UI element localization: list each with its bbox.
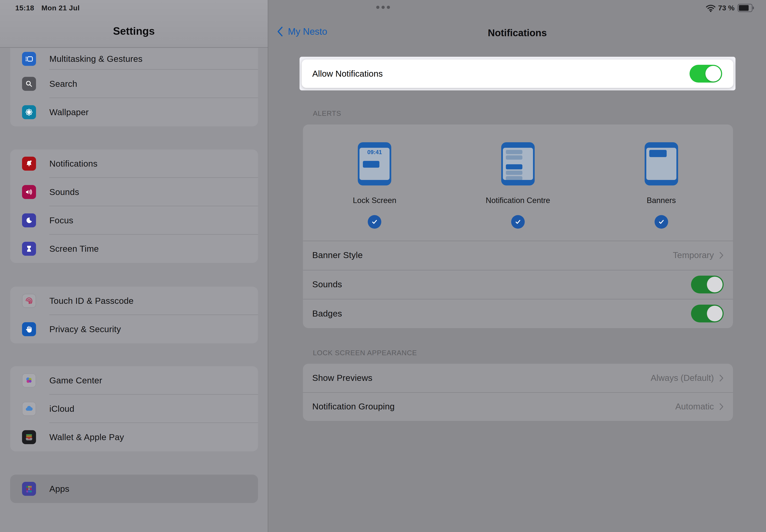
status-date: Mon 21 Jul (41, 4, 80, 12)
banners-checkbox[interactable] (655, 215, 668, 229)
row-label: Notification Grouping (312, 402, 675, 412)
wallet-icon (22, 430, 36, 444)
sidebar-item-label: Wallet & Apple Pay (49, 432, 124, 442)
sidebar-item-label: Apps (49, 484, 69, 494)
allow-notifications-toggle[interactable] (690, 65, 722, 83)
alert-option-banners: Banners (590, 124, 733, 241)
row-label: Show Previews (312, 373, 651, 383)
row-label: Badges (312, 309, 691, 319)
lock-screen-rows: Show Previews Always (Default) Notificat… (303, 364, 733, 421)
status-time-date: 15:18Mon 21 Jul (15, 4, 80, 12)
sidebar-item-privacy[interactable]: Privacy & Security (10, 315, 258, 343)
allow-notifications-row[interactable]: Allow Notifications (302, 59, 733, 88)
sidebar-item-wallet[interactable]: Wallet & Apple Pay (10, 423, 258, 451)
sidebar-item-screen-time[interactable]: Screen Time (10, 235, 258, 263)
battery-icon (738, 4, 752, 12)
chevron-right-icon (719, 403, 724, 410)
show-previews-row[interactable]: Show Previews Always (Default) (303, 364, 733, 392)
row-label: Banner Style (312, 250, 673, 260)
alerts-section-label: ALERTS (313, 109, 341, 117)
search-icon (22, 77, 36, 91)
chevron-right-icon (719, 252, 724, 259)
sidebar-item-label: Search (49, 79, 77, 89)
wifi-icon (705, 4, 716, 12)
sidebar-item-label: Multitasking & Gestures (49, 54, 143, 64)
sounds-row: Sounds (303, 270, 733, 299)
sidebar-header: 15:18Mon 21 Jul Settings (0, 0, 268, 48)
check-icon (658, 218, 665, 225)
sidebar-group-4: Game Center iCloud Wallet & Apple Pay (10, 366, 258, 451)
preview-clock: 09:41 (359, 149, 390, 156)
alerts-settings-rows: Banner Style Temporary Sounds Badges (303, 241, 733, 328)
alert-style-options: 09:41 Lock Screen (303, 124, 733, 241)
sidebar-item-label: Game Center (49, 376, 102, 386)
sidebar-item-label: Touch ID & Passcode (49, 296, 134, 306)
sidebar-item-apps[interactable]: Apps (10, 475, 258, 503)
badges-toggle[interactable] (691, 305, 724, 322)
chevron-right-icon (719, 374, 724, 382)
sidebar-item-label: Wallpaper (49, 107, 89, 117)
toggle-knob (707, 277, 723, 292)
divider (303, 241, 733, 241)
sidebar-item-notifications[interactable]: Notifications (10, 149, 258, 178)
hand-icon (22, 322, 36, 336)
toggle-knob (705, 66, 721, 82)
status-time: 15:18 (15, 4, 34, 12)
lock-screen-preview-icon: 09:41 (358, 142, 391, 185)
alert-option-label: Lock Screen (353, 196, 397, 205)
sidebar-item-label: Privacy & Security (49, 324, 121, 334)
sidebar-item-focus[interactable]: Focus (10, 206, 258, 235)
divider (303, 270, 733, 270)
sidebar-item-sounds[interactable]: Sounds (10, 178, 258, 206)
banners-preview-icon (645, 142, 678, 185)
sidebar-item-icloud[interactable]: iCloud (10, 395, 258, 423)
wallpaper-icon (22, 105, 36, 119)
sidebar-item-search[interactable]: Search (10, 70, 258, 98)
bell-icon (22, 157, 36, 171)
sidebar-group-3: Touch ID & Passcode Privacy & Security (10, 287, 258, 343)
row-value: Always (Default) (651, 373, 714, 383)
row-label: Sounds (312, 279, 691, 289)
window-drag-dots[interactable] (376, 6, 390, 9)
sidebar-item-label: Sounds (49, 187, 79, 197)
apps-grid-icon (22, 482, 36, 496)
sidebar-item-label: Focus (49, 216, 73, 225)
notification-grouping-row[interactable]: Notification Grouping Automatic (303, 392, 733, 421)
sidebar-item-game-center[interactable]: Game Center (10, 366, 258, 395)
moon-icon (22, 213, 36, 227)
badges-row: Badges (303, 299, 733, 328)
row-value: Temporary (673, 250, 714, 260)
alert-option-lock-screen: 09:41 Lock Screen (303, 124, 446, 241)
sidebar-item-label: iCloud (49, 404, 74, 414)
alert-option-label: Banners (647, 196, 676, 205)
fingerprint-icon (22, 294, 36, 308)
check-icon (514, 218, 522, 225)
ipad-settings-screen: 15:18Mon 21 Jul Settings Multitasking & … (0, 0, 766, 532)
banner-style-row[interactable]: Banner Style Temporary (303, 241, 733, 270)
settings-sidebar: 15:18Mon 21 Jul Settings Multitasking & … (0, 0, 268, 532)
lock-screen-appearance-section-label: LOCK SCREEN APPEARANCE (313, 349, 417, 357)
sidebar-item-label: Notifications (49, 159, 97, 169)
sidebar-item-multitasking[interactable]: Multitasking & Gestures (10, 48, 258, 70)
notification-centre-checkbox[interactable] (511, 215, 525, 229)
divider (303, 392, 733, 393)
allow-notifications-label: Allow Notifications (312, 69, 690, 79)
sidebar-group-1: Multitasking & Gestures Search (10, 48, 258, 126)
status-indicators: 73 % (705, 4, 752, 12)
toggle-knob (707, 306, 723, 321)
multitasking-icon (22, 52, 36, 66)
sidebar-item-touch-id[interactable]: Touch ID & Passcode (10, 287, 258, 315)
sounds-toggle[interactable] (691, 276, 724, 293)
sidebar-item-wallpaper[interactable]: Wallpaper (10, 98, 258, 126)
speaker-icon (22, 185, 36, 199)
icloud-icon (22, 402, 36, 416)
sidebar-item-label: Screen Time (49, 244, 99, 254)
alerts-card: 09:41 Lock Screen (303, 124, 733, 328)
sidebar-group-apps: Apps (10, 475, 258, 503)
sidebar-group-2: Notifications Sounds Focus (10, 149, 258, 263)
alert-option-label: Notification Centre (486, 196, 550, 205)
game-center-icon (22, 373, 36, 387)
battery-percentage: 73 % (718, 4, 735, 12)
lock-screen-checkbox[interactable] (368, 215, 381, 229)
divider (303, 299, 733, 299)
